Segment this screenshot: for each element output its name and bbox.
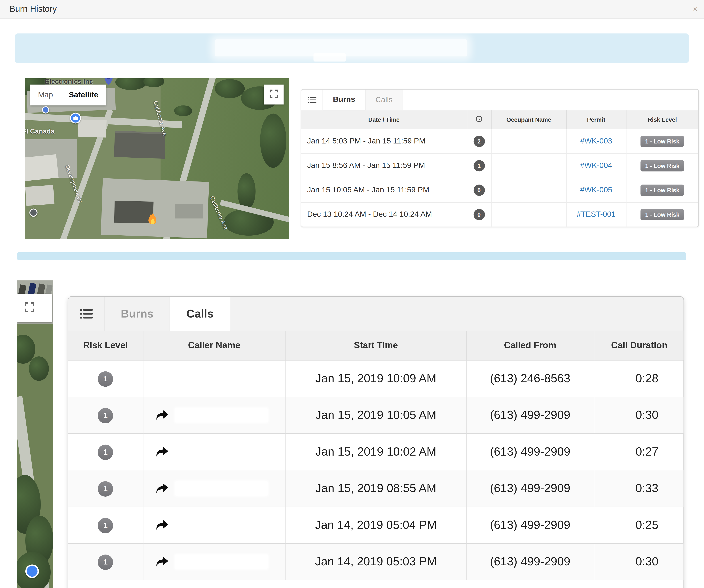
risk-level-badge: 1	[98, 481, 113, 496]
forwarded-call-icon	[155, 409, 168, 421]
call-called-from: (613) 246-8563	[466, 360, 594, 397]
tab-calls[interactable]: Calls	[170, 297, 230, 331]
business-pin-icon[interactable]	[70, 113, 81, 124]
map-trees	[29, 356, 49, 381]
redacted-occupant-name	[502, 208, 555, 219]
call-duration: 0:25	[594, 507, 684, 543]
fullscreen-icon	[269, 89, 279, 101]
clock-icon	[467, 110, 491, 129]
dark-pin-icon[interactable]	[30, 209, 38, 217]
fullscreen-button[interactable]	[17, 294, 52, 322]
burn-count-badge: 0	[473, 209, 485, 220]
column-caller-name: Caller Name	[143, 331, 286, 360]
permit-link[interactable]: #WK-004	[580, 161, 612, 170]
satellite-button[interactable]: Satellite	[61, 85, 106, 106]
column-risk-level: Risk Level	[68, 331, 143, 360]
burn-row: Jan 15 8:56 AM - Jan 15 11:59 PM 1 #WK-0…	[301, 154, 698, 178]
map-type-control: Map Satellite	[31, 85, 106, 106]
satellite-map-strip[interactable]	[17, 281, 53, 588]
place-pin-icon[interactable]	[25, 565, 39, 578]
call-duration: 0:27	[594, 433, 684, 470]
burn-count-badge: 2	[473, 135, 485, 147]
burn-datetime: Jan 14 5:03 PM - Jan 15 11:59 PM	[301, 129, 467, 154]
risk-level-badge: 1	[98, 444, 113, 460]
calls-panel: Burns Calls Risk Level Caller Name Start…	[68, 296, 684, 588]
permit-link[interactable]: #WK-003	[580, 136, 612, 145]
place-pin-icon[interactable]	[42, 106, 49, 114]
column-date-time: Date / Time	[301, 110, 467, 129]
map-building	[175, 204, 203, 219]
call-start-time: Jan 15, 2019 10:09 AM	[286, 360, 466, 397]
call-row: 1 Jan 15, 2019 10:05 AM (613) 499-2909 0…	[68, 397, 684, 433]
calls-header-row: Risk Level Caller Name Start Time Called…	[68, 331, 684, 360]
risk-level-badge: 1 - Low Risk	[641, 135, 684, 147]
burn-row: Dec 13 10:24 AM - Dec 14 10:24 AM 0 #TES…	[301, 202, 698, 227]
calls-table: Risk Level Caller Name Start Time Called…	[68, 331, 684, 580]
info-banner	[15, 34, 689, 63]
map-building	[78, 119, 107, 137]
burn-datetime: Jan 15 8:56 AM - Jan 15 11:59 PM	[301, 154, 467, 178]
column-permit: Permit	[566, 110, 626, 129]
map-trees	[174, 106, 192, 116]
call-duration: 0:33	[594, 470, 684, 507]
redacted-caller-name	[175, 408, 268, 422]
redacted-occupant-name	[502, 134, 555, 146]
fire-icon[interactable]	[146, 212, 160, 231]
call-row: 1 Jan 14, 2019 05:04 PM (613) 499-2909 0…	[68, 507, 684, 543]
burn-row: Jan 15 10:05 AM - Jan 15 11:59 PM 0 #WK-…	[301, 178, 698, 202]
burns-panel: Burns Calls Date / Time Occupant Name Pe…	[301, 89, 699, 227]
call-called-from: (613) 499-2909	[466, 543, 594, 580]
redacted-banner-text-tail	[313, 53, 346, 61]
tab-burns[interactable]: Burns	[323, 90, 365, 110]
risk-level-badge: 1	[98, 408, 113, 423]
section-divider	[17, 252, 686, 260]
map-button[interactable]: Map	[31, 85, 61, 106]
column-occupant-name: Occupant Name	[491, 110, 566, 129]
burn-datetime: Jan 15 10:05 AM - Jan 15 11:59 PM	[301, 178, 467, 202]
risk-level-badge: 1 - Low Risk	[641, 209, 684, 220]
burn-history-modal: Burn History ×	[0, 0, 704, 588]
forwarded-call-icon	[155, 519, 168, 531]
map-label-business: Electronics Inc	[45, 78, 93, 85]
call-called-from: (613) 499-2909	[466, 397, 594, 433]
map-building	[114, 131, 166, 159]
list-icon[interactable]	[68, 297, 105, 331]
redacted-caller-name	[175, 481, 268, 495]
map-trees	[238, 173, 256, 210]
forwarded-call-icon	[155, 482, 168, 494]
burn-row: Jan 14 5:03 PM - Jan 15 11:59 PM 2 #WK-0…	[301, 129, 698, 154]
call-start-time: Jan 15, 2019 10:05 AM	[286, 397, 466, 433]
call-row: 1 Jan 15, 2019 10:02 AM (613) 499-2909 0…	[68, 433, 684, 470]
fullscreen-button[interactable]	[264, 85, 284, 105]
modal-header: Burn History ×	[0, 0, 704, 19]
call-row: 1 Jan 15, 2019 08:55 AM (613) 499-2909 0…	[68, 470, 684, 507]
burns-panel-tabs: Burns Calls	[301, 90, 698, 110]
redacted-occupant-name	[502, 159, 555, 170]
close-icon[interactable]: ×	[693, 4, 698, 14]
map-trees	[215, 79, 245, 98]
column-called-from: Called From	[466, 331, 594, 360]
call-called-from: (613) 499-2909	[466, 433, 594, 470]
fullscreen-icon	[23, 301, 35, 315]
burn-datetime: Dec 13 10:24 AM - Dec 14 10:24 AM	[301, 202, 467, 227]
tab-burns[interactable]: Burns	[105, 297, 170, 331]
column-call-duration: Call Duration	[594, 331, 684, 360]
permit-link[interactable]: #TEST-001	[577, 210, 616, 219]
tab-calls[interactable]: Calls	[365, 90, 403, 110]
map-building	[25, 154, 59, 181]
redacted-caller-name	[175, 444, 268, 459]
map-trees	[260, 114, 286, 168]
redacted-caller-name	[175, 518, 268, 532]
column-start-time: Start Time	[286, 331, 466, 360]
page-title: Burn History	[10, 4, 57, 14]
satellite-map[interactable]: Electronics Inc FI Canada California Ave…	[25, 78, 289, 239]
burn-count-badge: 1	[473, 160, 485, 171]
call-start-time: Jan 15, 2019 10:02 AM	[286, 433, 466, 470]
map-building	[25, 185, 54, 206]
list-icon[interactable]	[301, 90, 323, 110]
permit-link[interactable]: #WK-005	[580, 185, 612, 194]
forwarded-call-icon	[155, 446, 168, 458]
burns-table: Date / Time Occupant Name Permit Risk Le…	[301, 110, 698, 227]
call-called-from: (613) 499-2909	[466, 470, 594, 507]
risk-level-badge: 1	[98, 518, 113, 533]
